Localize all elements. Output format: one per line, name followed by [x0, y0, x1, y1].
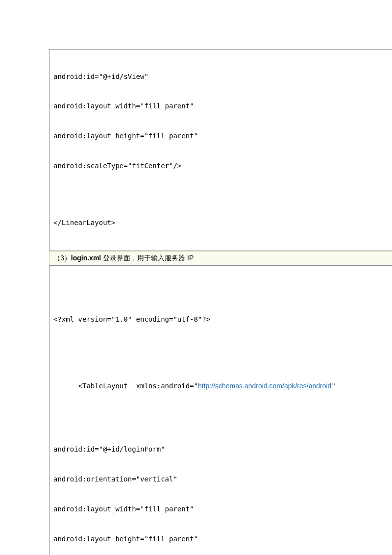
code-line: android:orientation="vertical" [53, 474, 392, 484]
section-heading-3: （3）login.xml 登录界面，用于输入服务器 IP [49, 251, 392, 265]
heading-text: （3）login.xml 登录界面，用于输入服务器 IP [53, 254, 194, 262]
schema-url-link[interactable]: http://schemas.android.com/apk/res/andro… [198, 382, 331, 390]
code-line: android:scaleType="fitCenter"/> [53, 161, 392, 171]
code-line: android:layout_width="fill_parent" [53, 101, 392, 111]
code-line: <?xml version="1.0" encoding="utf-8"?> [53, 314, 392, 324]
code-line: android:layout_height="fill_parent" [53, 534, 392, 544]
code-block-2: <?xml version="1.0" encoding="utf-8"?> <… [49, 265, 392, 555]
code-line: android:id="@+id/loginForm" [53, 444, 392, 454]
code-line: <TableLayout xmlns:android="http://schem… [53, 371, 392, 401]
code-line: android:layout_width="fill_parent" [53, 504, 392, 514]
code-block-1: android:id="@+id/sView" android:layout_w… [49, 49, 392, 251]
code-line: </LinearLayout> [53, 218, 392, 227]
code-line: android:id="@+id/sView" [53, 72, 392, 81]
code-line: android:layout_height="fill_parent" [53, 131, 392, 141]
